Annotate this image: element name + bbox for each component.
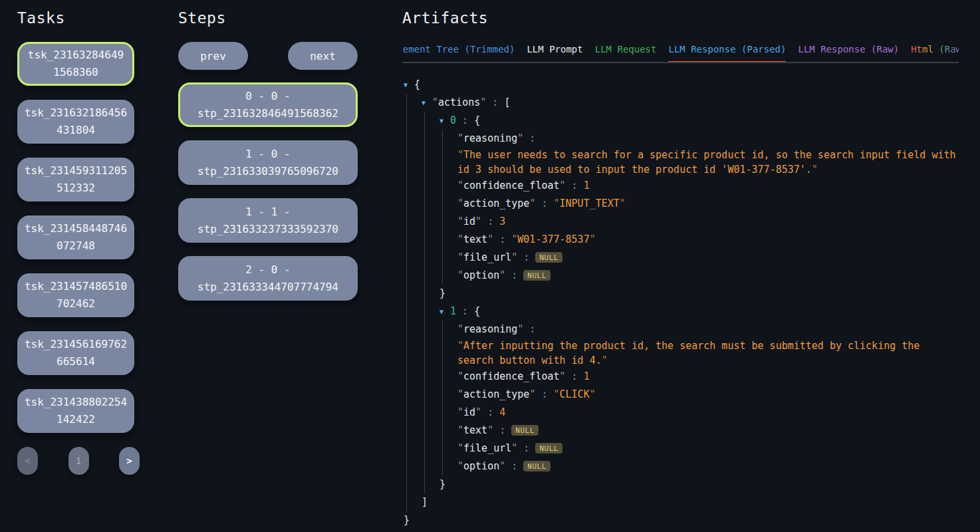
pagination-page-button[interactable]: 1 — [68, 447, 89, 475]
collapse-toggle-icon[interactable]: ▼ — [439, 114, 450, 127]
json-open-bracket: { — [474, 114, 480, 126]
steps-title: Steps — [178, 8, 358, 29]
json-line: "action_type" : "INPUT_TEXT" — [457, 195, 959, 213]
json-token: " — [457, 215, 463, 227]
collapse-toggle-icon[interactable]: ▼ — [439, 305, 450, 318]
json-token: : — [456, 114, 474, 126]
json-line: "option" : NULL — [457, 458, 959, 475]
json-token: " — [620, 198, 626, 209]
json-key: option — [463, 269, 499, 281]
step-nav: prev next — [178, 42, 358, 70]
json-line: "reasoning" : — [457, 321, 959, 338]
json-node: ▼1 : {"reasoning" : "After inputting the… — [439, 303, 959, 493]
json-token: : — [523, 132, 541, 144]
json-token: " — [554, 198, 560, 209]
json-number-value: 1 — [584, 180, 590, 192]
task-button[interactable]: tsk_231459311205512332 — [17, 158, 134, 201]
json-token: " — [457, 370, 463, 382]
task-button[interactable]: tsk_231632846491568360 — [17, 42, 134, 86]
json-string-value: "The user needs to search for a specific… — [457, 148, 959, 177]
json-token: " — [457, 269, 463, 281]
null-badge: NULL — [535, 252, 562, 263]
artifact-tab[interactable]: Element Tree (Trimmed) — [402, 44, 515, 63]
json-string-text: The user needs to search for a specific … — [457, 149, 962, 176]
artifact-tab[interactable]: LLM Prompt — [527, 44, 582, 63]
pagination-next-button[interactable]: > — [119, 447, 140, 475]
task-button[interactable]: tsk_231457486510702462 — [17, 273, 134, 317]
json-token: " — [517, 323, 523, 335]
json-node: ▼{▼"actions" : [▼0 : {"reasoning" : "The… — [404, 76, 959, 529]
json-children: ▼"actions" : [▼0 : {"reasoning" : "The u… — [406, 94, 959, 511]
pagination-prev-button[interactable]: < — [17, 447, 38, 475]
json-key: id — [463, 406, 475, 418]
task-button[interactable]: tsk_231456169762665614 — [17, 331, 134, 375]
json-token: " — [475, 215, 481, 227]
json-close-bracket: } — [439, 287, 445, 299]
task-button[interactable]: tsk_231438802254142422 — [17, 389, 134, 433]
json-token: " — [457, 406, 463, 418]
step-button[interactable]: 2 - 0 - stp_231633344707774794 — [178, 256, 358, 301]
json-string-value: W01-377-8537 — [517, 233, 589, 245]
json-tree-view: ▼{▼"actions" : [▼0 : {"reasoning" : "The… — [402, 76, 959, 529]
steps-next-button[interactable]: next — [288, 42, 358, 70]
json-token: " — [499, 460, 505, 472]
json-number-value: 3 — [499, 215, 505, 227]
json-number-value: 4 — [499, 406, 505, 418]
artifact-tab[interactable]: Html (Raw) — [911, 44, 959, 63]
collapse-toggle-icon[interactable]: ▼ — [404, 78, 414, 91]
json-token: : — [566, 370, 584, 382]
json-line: "confidence_float" : 1 — [457, 368, 959, 386]
task-button[interactable]: tsk_231458448746072748 — [17, 215, 134, 259]
step-button[interactable]: 1 - 0 - stp_231633039765096720 — [178, 140, 358, 185]
json-array-index: 1 — [450, 305, 456, 317]
json-key: option — [463, 460, 499, 472]
json-line: "id" : 3 — [457, 213, 959, 231]
json-token: " — [457, 149, 463, 161]
collapse-toggle-icon[interactable]: ▼ — [422, 96, 432, 109]
artifact-tab[interactable]: LLM Request — [595, 44, 657, 63]
json-node: "id" : 3 — [457, 213, 959, 231]
json-token: " — [457, 180, 463, 192]
json-node: "file_url" : NULL — [457, 440, 959, 458]
step-button[interactable]: 0 - 0 - stp_231632846491568362 — [178, 82, 358, 127]
json-line: "action_type" : "CLICK" — [457, 386, 959, 404]
json-token: : — [486, 96, 504, 108]
step-button[interactable]: 1 - 1 - stp_231633237333592370 — [178, 198, 358, 243]
json-node: "reasoning" : "After inputting the produ… — [457, 321, 959, 368]
json-key: id — [463, 215, 475, 227]
json-open-bracket: [ — [504, 96, 510, 108]
json-line: "confidence_float" : 1 — [457, 177, 959, 195]
json-token: : — [517, 251, 535, 263]
json-node: "confidence_float" : 1 — [457, 177, 959, 195]
json-line: "option" : NULL — [457, 267, 959, 285]
json-token: " — [812, 164, 818, 176]
artifact-tab[interactable]: LLM Response (Parsed) — [668, 44, 786, 63]
artifact-tab-bar: Element Tree (Trimmed)LLM PromptLLM Requ… — [402, 44, 959, 63]
json-node: "option" : NULL — [457, 267, 959, 285]
artifacts-title: Artifacts — [402, 8, 959, 29]
json-line: ▼0 : { — [439, 112, 959, 130]
steps-prev-button[interactable]: prev — [178, 42, 248, 70]
steps-panel: Steps prev next 0 - 0 - stp_231632846491… — [178, 0, 358, 532]
json-node: "action_type" : "INPUT_TEXT" — [457, 195, 959, 213]
json-token: : — [456, 305, 474, 317]
json-token: " — [480, 96, 486, 108]
json-key: actions — [438, 96, 480, 108]
json-line: } — [404, 511, 959, 529]
json-token: " — [432, 96, 438, 108]
json-token: : — [493, 233, 511, 245]
json-token: " — [457, 340, 463, 352]
json-token: : — [481, 215, 499, 227]
json-token: " — [511, 442, 517, 454]
json-number-value: 1 — [584, 370, 590, 382]
task-button[interactable]: tsk_231632186456431804 — [17, 100, 134, 144]
json-key: reasoning — [463, 323, 517, 335]
step-list: 0 - 0 - stp_2316328464915683621 - 0 - st… — [178, 82, 358, 301]
json-token: : — [493, 424, 511, 436]
json-token: : — [535, 198, 553, 209]
json-key: text — [463, 424, 487, 436]
json-token: " — [457, 251, 463, 263]
artifact-tab[interactable]: LLM Response (Raw) — [798, 44, 899, 63]
json-key: confidence_float — [463, 370, 560, 382]
json-token: " — [511, 251, 517, 263]
